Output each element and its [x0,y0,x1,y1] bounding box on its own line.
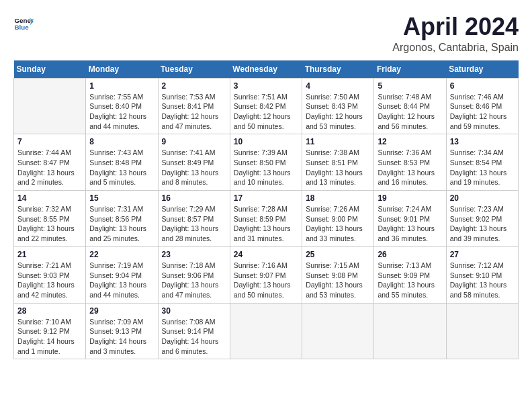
calendar-cell: 5Sunrise: 7:48 AM Sunset: 8:44 PM Daylig… [374,78,446,134]
col-monday: Monday [86,60,158,79]
day-info: Sunrise: 7:29 AM Sunset: 8:57 PM Dayligh… [162,204,226,244]
calendar-cell: 11Sunrise: 7:38 AM Sunset: 8:51 PM Dayli… [302,134,374,191]
day-number: 5 [378,81,442,91]
day-number: 3 [234,81,298,91]
day-number: 4 [306,81,370,91]
day-info: Sunrise: 7:12 AM Sunset: 9:10 PM Dayligh… [450,261,515,300]
calendar-cell [302,303,374,359]
day-info: Sunrise: 7:13 AM Sunset: 9:09 PM Dayligh… [378,261,442,300]
calendar-cell: 19Sunrise: 7:24 AM Sunset: 9:01 PM Dayli… [374,191,446,247]
day-info: Sunrise: 7:24 AM Sunset: 9:01 PM Dayligh… [378,204,442,244]
day-info: Sunrise: 7:41 AM Sunset: 8:49 PM Dayligh… [162,148,226,187]
day-number: 17 [234,193,298,203]
day-number: 11 [306,137,370,146]
day-number: 12 [378,137,442,146]
calendar-table: Sunday Monday Tuesday Wednesday Thursday… [13,60,519,360]
day-info: Sunrise: 7:34 AM Sunset: 8:54 PM Dayligh… [450,148,515,187]
calendar-cell: 18Sunrise: 7:26 AM Sunset: 9:00 PM Dayli… [302,191,374,247]
day-info: Sunrise: 7:10 AM Sunset: 9:12 PM Dayligh… [17,317,82,357]
day-info: Sunrise: 7:50 AM Sunset: 8:43 PM Dayligh… [306,92,370,132]
day-number: 23 [162,250,226,259]
day-number: 20 [450,193,515,203]
calendar-cell: 28Sunrise: 7:10 AM Sunset: 9:12 PM Dayli… [14,303,86,359]
calendar-cell: 23Sunrise: 7:18 AM Sunset: 9:06 PM Dayli… [158,246,230,303]
logo: General Blue [13,13,34,34]
calendar-cell: 20Sunrise: 7:23 AM Sunset: 9:02 PM Dayli… [446,191,518,247]
calendar-cell [374,303,446,359]
day-number: 2 [162,81,226,91]
calendar-cell: 24Sunrise: 7:16 AM Sunset: 9:07 PM Dayli… [230,246,302,303]
calendar-cell: 7Sunrise: 7:44 AM Sunset: 8:47 PM Daylig… [14,134,86,191]
day-info: Sunrise: 7:51 AM Sunset: 8:42 PM Dayligh… [234,92,298,132]
calendar-cell: 4Sunrise: 7:50 AM Sunset: 8:43 PM Daylig… [302,78,374,134]
day-info: Sunrise: 7:46 AM Sunset: 8:46 PM Dayligh… [450,92,515,132]
day-info: Sunrise: 7:19 AM Sunset: 9:04 PM Dayligh… [89,261,154,300]
calendar-cell: 27Sunrise: 7:12 AM Sunset: 9:10 PM Dayli… [446,246,518,303]
day-number: 24 [234,250,298,259]
week-row-2: 7Sunrise: 7:44 AM Sunset: 8:47 PM Daylig… [14,134,519,191]
calendar-cell: 30Sunrise: 7:08 AM Sunset: 9:14 PM Dayli… [158,303,230,359]
calendar-cell: 17Sunrise: 7:28 AM Sunset: 8:59 PM Dayli… [230,191,302,247]
day-info: Sunrise: 7:18 AM Sunset: 9:06 PM Dayligh… [162,261,226,300]
day-info: Sunrise: 7:55 AM Sunset: 8:40 PM Dayligh… [89,92,154,132]
day-number: 14 [17,193,82,203]
logo-icon: General Blue [13,13,34,34]
day-number: 18 [306,193,370,203]
day-number: 6 [450,81,515,91]
day-info: Sunrise: 7:28 AM Sunset: 8:59 PM Dayligh… [234,204,298,244]
calendar-cell: 10Sunrise: 7:39 AM Sunset: 8:50 PM Dayli… [230,134,302,191]
day-info: Sunrise: 7:08 AM Sunset: 9:14 PM Dayligh… [162,317,226,357]
day-number: 28 [17,306,82,316]
calendar-cell: 16Sunrise: 7:29 AM Sunset: 8:57 PM Dayli… [158,191,230,247]
day-info: Sunrise: 7:48 AM Sunset: 8:44 PM Dayligh… [378,92,442,132]
calendar-cell: 9Sunrise: 7:41 AM Sunset: 8:49 PM Daylig… [158,134,230,191]
calendar-cell: 14Sunrise: 7:32 AM Sunset: 8:55 PM Dayli… [14,191,86,247]
day-info: Sunrise: 7:21 AM Sunset: 9:03 PM Dayligh… [17,261,82,300]
col-friday: Friday [374,60,446,79]
day-info: Sunrise: 7:09 AM Sunset: 9:13 PM Dayligh… [89,317,154,357]
day-number: 7 [17,137,82,146]
col-saturday: Saturday [446,60,518,79]
calendar-cell: 1Sunrise: 7:55 AM Sunset: 8:40 PM Daylig… [86,78,158,134]
week-row-4: 21Sunrise: 7:21 AM Sunset: 9:03 PM Dayli… [14,246,519,303]
day-number: 13 [450,137,515,146]
svg-text:Blue: Blue [15,24,30,31]
day-info: Sunrise: 7:44 AM Sunset: 8:47 PM Dayligh… [17,148,82,187]
day-info: Sunrise: 7:16 AM Sunset: 9:07 PM Dayligh… [234,261,298,300]
col-wednesday: Wednesday [230,60,302,79]
day-number: 9 [162,137,226,146]
day-info: Sunrise: 7:38 AM Sunset: 8:51 PM Dayligh… [306,148,370,187]
day-number: 1 [89,81,154,91]
svg-text:General: General [15,17,34,24]
calendar-body: 1Sunrise: 7:55 AM Sunset: 8:40 PM Daylig… [14,78,519,359]
day-number: 26 [378,250,442,259]
calendar-cell [14,78,86,134]
day-info: Sunrise: 7:23 AM Sunset: 9:02 PM Dayligh… [450,204,515,244]
calendar-cell: 26Sunrise: 7:13 AM Sunset: 9:09 PM Dayli… [374,246,446,303]
calendar-subtitle: Argonos, Cantabria, Spain [392,42,519,54]
calendar-cell: 13Sunrise: 7:34 AM Sunset: 8:54 PM Dayli… [446,134,518,191]
calendar-cell: 6Sunrise: 7:46 AM Sunset: 8:46 PM Daylig… [446,78,518,134]
day-number: 8 [89,137,154,146]
calendar-cell: 12Sunrise: 7:36 AM Sunset: 8:53 PM Dayli… [374,134,446,191]
day-info: Sunrise: 7:15 AM Sunset: 9:08 PM Dayligh… [306,261,370,300]
day-number: 27 [450,250,515,259]
day-number: 30 [162,306,226,316]
calendar-cell: 8Sunrise: 7:43 AM Sunset: 8:48 PM Daylig… [86,134,158,191]
col-thursday: Thursday [302,60,374,79]
calendar-cell: 22Sunrise: 7:19 AM Sunset: 9:04 PM Dayli… [86,246,158,303]
day-info: Sunrise: 7:53 AM Sunset: 8:41 PM Dayligh… [162,92,226,132]
week-row-3: 14Sunrise: 7:32 AM Sunset: 8:55 PM Dayli… [14,191,519,247]
day-number: 19 [378,193,442,203]
day-number: 25 [306,250,370,259]
day-info: Sunrise: 7:26 AM Sunset: 9:00 PM Dayligh… [306,204,370,244]
day-info: Sunrise: 7:32 AM Sunset: 8:55 PM Dayligh… [17,204,82,244]
col-sunday: Sunday [14,60,86,79]
col-tuesday: Tuesday [158,60,230,79]
calendar-cell [446,303,518,359]
calendar-title: April 2024 [392,13,519,40]
page-header: General Blue April 2024 Argonos, Cantabr… [13,13,519,54]
day-info: Sunrise: 7:39 AM Sunset: 8:50 PM Dayligh… [234,148,298,187]
calendar-cell: 3Sunrise: 7:51 AM Sunset: 8:42 PM Daylig… [230,78,302,134]
week-row-5: 28Sunrise: 7:10 AM Sunset: 9:12 PM Dayli… [14,303,519,359]
